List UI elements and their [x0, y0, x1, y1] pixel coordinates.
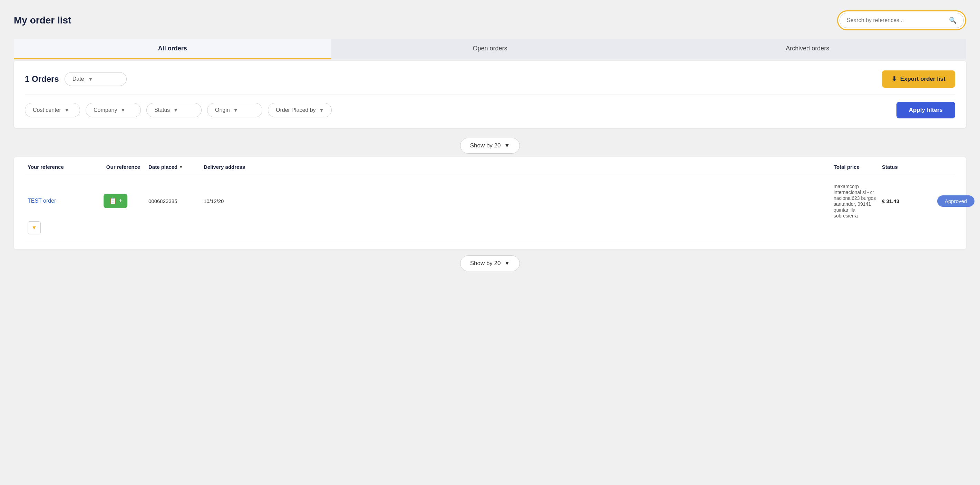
- export-order-list-button[interactable]: ⬇ Export order list: [882, 70, 955, 87]
- clipboard-plus-icon: 📋: [109, 197, 117, 205]
- cost-center-dropdown[interactable]: Cost center ▼: [25, 103, 80, 118]
- cell-expand: ▼: [25, 220, 101, 236]
- origin-dropdown[interactable]: Origin ▼: [207, 103, 262, 118]
- show-by-bottom-row: Show by 20 ▼: [14, 256, 966, 271]
- filters-row: Cost center ▼ Company ▼ Status ▼ Origin …: [25, 102, 955, 118]
- tabs-bar: All orders Open orders Archived orders: [14, 39, 966, 59]
- show-by-top-chevron-icon: ▼: [504, 142, 510, 149]
- search-icon: 🔍: [949, 17, 956, 24]
- orders-table: Your reference Our reference Date placed…: [14, 157, 966, 249]
- cell-date-placed: 10/12/20: [201, 197, 831, 205]
- tab-all-orders[interactable]: All orders: [14, 39, 331, 59]
- col-date-placed[interactable]: Date placed ▼: [146, 162, 201, 171]
- main-card: 1 Orders Date ▼ ⬇ Export order list Cost…: [14, 61, 966, 128]
- company-dropdown[interactable]: Company ▼: [86, 103, 141, 118]
- orders-count-row: 1 Orders Date ▼: [25, 72, 127, 86]
- table-row: TEST order 📋 + 0006823385 10/12/20 maxam…: [25, 176, 955, 242]
- order-placed-by-dropdown[interactable]: Order Placed by ▼: [268, 103, 332, 118]
- divider: [25, 95, 955, 95]
- show-by-bottom-button[interactable]: Show by 20 ▼: [460, 256, 520, 271]
- orders-count: 1 Orders: [25, 74, 59, 84]
- show-by-top-row: Show by 20 ▼: [14, 138, 966, 154]
- cell-total-price: € 31.43: [879, 197, 934, 205]
- cell-status: Approved: [934, 194, 955, 208]
- col-our-reference: Our reference: [101, 162, 146, 171]
- page-header: My order list 🔍: [14, 10, 966, 30]
- search-input[interactable]: [847, 17, 946, 24]
- col-your-reference: Your reference: [25, 162, 101, 171]
- search-wrapper: 🔍: [837, 10, 966, 30]
- status-dropdown[interactable]: Status ▼: [146, 103, 202, 118]
- reorder-button[interactable]: 📋 +: [103, 194, 127, 208]
- show-by-top-button[interactable]: Show by 20 ▼: [460, 138, 520, 154]
- status-chevron-icon: ▼: [173, 107, 178, 113]
- cell-delivery-address: maxamcorp internacional sl - cr nacional…: [831, 182, 879, 220]
- apply-filters-button[interactable]: Apply filters: [896, 102, 955, 118]
- cost-center-chevron-icon: ▼: [65, 107, 69, 113]
- col-delivery-address: Delivery address: [201, 162, 831, 171]
- tab-archived-orders[interactable]: Archived orders: [649, 39, 966, 59]
- page-title: My order list: [14, 15, 71, 26]
- tab-open-orders[interactable]: Open orders: [331, 39, 649, 59]
- col-total-price: Total price: [831, 162, 879, 171]
- expand-row-button[interactable]: ▼: [28, 221, 41, 234]
- orders-header: 1 Orders Date ▼ ⬇ Export order list: [25, 70, 955, 87]
- order-placed-by-chevron-icon: ▼: [319, 107, 324, 113]
- status-badge: Approved: [937, 196, 974, 207]
- show-by-bottom-chevron-icon: ▼: [504, 260, 510, 267]
- col-status: Status: [879, 162, 934, 171]
- download-icon: ⬇: [892, 75, 897, 83]
- col-expand: [934, 162, 955, 171]
- cell-our-reference: 0006823385: [146, 197, 201, 205]
- origin-chevron-icon: ▼: [233, 107, 238, 113]
- table-header: Your reference Our reference Date placed…: [25, 160, 955, 174]
- search-container: 🔍: [840, 13, 964, 28]
- date-dropdown-chevron-icon: ▼: [88, 76, 93, 82]
- date-placed-sort-icon: ▼: [179, 165, 183, 170]
- cell-your-reference: TEST order: [25, 196, 101, 205]
- expand-chevron-icon: ▼: [32, 225, 37, 231]
- date-dropdown[interactable]: Date ▼: [65, 72, 127, 86]
- cell-reorder-button: 📋 +: [101, 192, 146, 210]
- company-chevron-icon: ▼: [121, 107, 125, 113]
- order-link[interactable]: TEST order: [28, 198, 56, 204]
- date-dropdown-label: Date: [73, 76, 84, 82]
